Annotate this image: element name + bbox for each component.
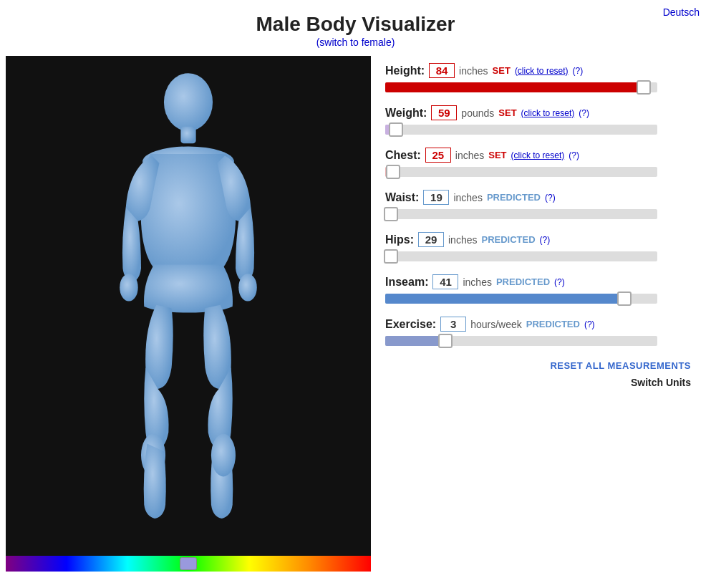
waist-status: PREDICTED <box>487 192 541 203</box>
switch-female-link[interactable]: (switch to female) <box>316 37 395 48</box>
hips-slider-handle[interactable] <box>384 249 398 264</box>
weight-slider-handle[interactable] <box>389 122 403 137</box>
reset-all-button[interactable]: RESET ALL MEASUREMENTS <box>550 360 691 371</box>
height-unit: inches <box>459 65 488 77</box>
inseam-slider-track[interactable] <box>385 294 657 304</box>
deutsch-link[interactable]: Deutsch <box>663 6 700 18</box>
height-status: SET <box>493 65 511 76</box>
exercise-slider-container <box>385 336 691 346</box>
inseam-help-link[interactable]: (?) <box>554 277 565 287</box>
hips-status: PREDICTED <box>481 234 535 245</box>
measurement-row-weight: Weight:59poundsSET(click to reset)(?) <box>385 105 691 135</box>
exercise-slider-handle[interactable] <box>438 334 453 348</box>
svg-point-3 <box>120 274 138 301</box>
chest-reset-link[interactable]: (click to reset) <box>511 150 565 160</box>
exercise-slider-fill <box>385 336 445 346</box>
hips-help-link[interactable]: (?) <box>540 235 551 245</box>
height-value[interactable]: 84 <box>429 63 455 78</box>
waist-slider-handle[interactable] <box>384 207 398 221</box>
hips-slider-track[interactable] <box>385 251 657 261</box>
switch-units-button[interactable]: Switch Units <box>631 377 691 388</box>
svg-point-6 <box>211 434 236 477</box>
waist-help-link[interactable]: (?) <box>545 193 556 203</box>
exercise-status: PREDICTED <box>526 319 580 329</box>
chest-status: SET <box>488 150 506 160</box>
height-slider-track[interactable] <box>385 82 657 92</box>
inseam-slider-container <box>385 294 691 304</box>
height-reset-link[interactable]: (click to reset) <box>515 66 569 76</box>
slider-thumb-bar[interactable] <box>180 557 197 570</box>
waist-slider-container <box>385 209 691 219</box>
svg-point-0 <box>164 73 213 131</box>
height-help-link[interactable]: (?) <box>573 66 584 76</box>
measurement-row-exercise: Exercise:3hours/weekPREDICTED(?) <box>385 317 691 346</box>
measurement-row-chest: Chest:25inchesSET(click to reset)(?) <box>385 148 691 177</box>
weight-status: SET <box>498 107 516 118</box>
svg-point-4 <box>238 274 257 301</box>
hips-unit: inches <box>448 234 477 246</box>
inseam-unit: inches <box>463 276 491 288</box>
inseam-status: PREDICTED <box>496 276 550 287</box>
hips-value[interactable]: 29 <box>418 232 444 247</box>
waist-label: Waist: <box>385 191 419 204</box>
waist-value[interactable]: 19 <box>423 190 449 205</box>
weight-slider-container <box>385 125 691 135</box>
weight-slider-track[interactable] <box>385 125 657 135</box>
weight-value[interactable]: 59 <box>431 105 457 120</box>
height-label: Height: <box>385 64 425 77</box>
inseam-label: Inseam: <box>385 276 428 289</box>
measurement-row-inseam: Inseam:41inchesPREDICTED(?) <box>385 274 691 304</box>
height-slider-fill <box>385 82 644 92</box>
exercise-value[interactable]: 3 <box>440 317 466 332</box>
measurement-row-hips: Hips:29inchesPREDICTED(?) <box>385 232 691 261</box>
chest-slider-track[interactable] <box>385 167 657 177</box>
height-slider-handle[interactable] <box>637 80 651 95</box>
chest-label: Chest: <box>385 149 421 162</box>
weight-help-link[interactable]: (?) <box>579 108 589 118</box>
chest-value[interactable]: 25 <box>425 148 451 163</box>
gradient-bar <box>6 556 371 572</box>
height-slider-container <box>385 82 691 92</box>
svg-rect-1 <box>180 127 195 143</box>
inseam-slider-fill <box>385 294 624 304</box>
chest-slider-handle[interactable] <box>386 165 400 179</box>
inseam-value[interactable]: 41 <box>432 274 458 289</box>
weight-reset-link[interactable]: (click to reset) <box>521 108 575 118</box>
weight-label: Weight: <box>385 107 427 120</box>
page-title: Male Body Visualizer <box>0 13 711 36</box>
hips-slider-container <box>385 251 691 261</box>
exercise-label: Exercise: <box>385 318 436 331</box>
exercise-slider-track[interactable] <box>385 336 657 346</box>
chest-help-link[interactable]: (?) <box>569 150 579 160</box>
waist-slider-track[interactable] <box>385 209 657 219</box>
measurement-row-waist: Waist:19inchesPREDICTED(?) <box>385 190 691 219</box>
header: Male Body Visualizer (switch to female) <box>0 0 711 56</box>
measurement-row-height: Height:84inchesSET(click to reset)(?) <box>385 63 691 92</box>
exercise-unit: hours/week <box>470 319 522 330</box>
chest-slider-container <box>385 167 691 177</box>
chest-unit: inches <box>455 150 484 161</box>
inseam-slider-handle[interactable] <box>617 291 632 306</box>
hips-label: Hips: <box>385 233 414 246</box>
top-right-lang: Deutsch <box>663 6 700 19</box>
weight-unit: pounds <box>461 107 494 119</box>
exercise-help-link[interactable]: (?) <box>584 319 595 329</box>
waist-unit: inches <box>453 192 482 203</box>
controls-panel: Height:84inchesSET(click to reset)(?)Wei… <box>371 56 705 572</box>
body-viewer <box>6 56 371 572</box>
